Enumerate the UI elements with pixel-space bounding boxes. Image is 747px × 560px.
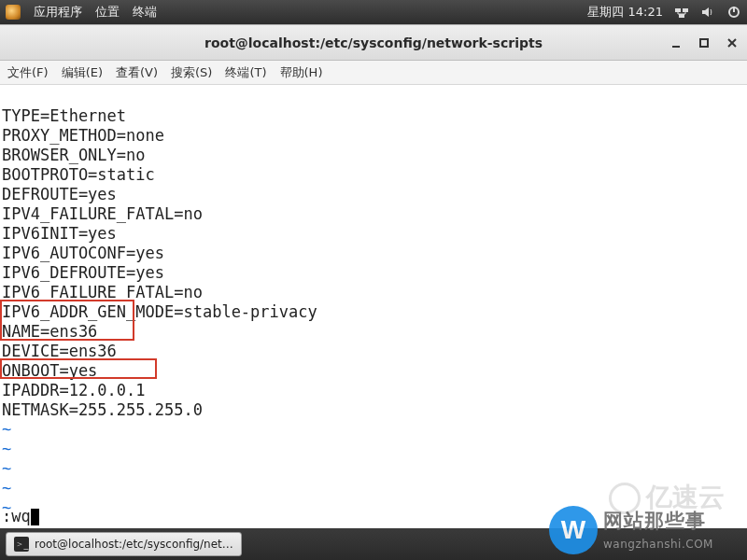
editor-line: ONBOOT=yes <box>2 361 97 380</box>
svg-rect-1 <box>683 8 688 12</box>
editor-line: IPV6_AUTOCONF=yes <box>2 244 164 262</box>
network-icon[interactable] <box>674 5 689 20</box>
editor-line: DEFROUTE=yes <box>2 185 117 203</box>
editor-line: NETMASK=255.255.255.0 <box>2 400 203 419</box>
taskbar-window-button[interactable]: ＞_ root@localhost:/etc/sysconfig/net… <box>6 532 242 556</box>
editor-line: IPV6INIT=yes <box>2 224 117 243</box>
window-close-button[interactable] <box>725 35 740 50</box>
vim-tilde: ~ <box>2 459 11 478</box>
terminal-window: root@localhost:/etc/sysconfig/network-sc… <box>0 24 747 528</box>
editor-line: DEVICE=ens36 <box>2 342 117 360</box>
terminal-icon: ＞_ <box>14 537 29 552</box>
terminal-menubar: 文件(F) 编辑(E) 查看(V) 搜索(S) 终端(T) 帮助(H) <box>0 61 747 85</box>
window-minimize-button[interactable] <box>669 35 684 50</box>
panel-menu-terminal[interactable]: 终端 <box>133 4 157 21</box>
editor-line: BOOTPROTO=static <box>2 165 155 184</box>
menu-terminal[interactable]: 终端(T) <box>225 64 266 81</box>
editor-line: IPV6_DEFROUTE=yes <box>2 263 164 282</box>
text-cursor <box>31 509 39 525</box>
taskbar-window-label: root@localhost:/etc/sysconfig/net… <box>35 538 233 551</box>
editor-line: IPV6_ADDR_GEN_MODE=stable-privacy <box>2 302 317 321</box>
editor-line: NAME=ens36 <box>2 322 97 341</box>
editor-area[interactable]: TYPE=Ethernet PROXY_METHOD=none BROWSER_… <box>0 85 747 528</box>
vim-tilde: ~ <box>2 440 11 458</box>
editor-line: IPV6_FAILURE_FATAL=no <box>2 283 203 301</box>
activities-icon[interactable] <box>6 5 21 20</box>
svg-rect-2 <box>679 14 684 18</box>
menu-file[interactable]: 文件(F) <box>7 64 49 81</box>
editor-line: IPV4_FAILURE_FATAL=no <box>2 204 203 223</box>
desktop-taskbar: ＞_ root@localhost:/etc/sysconfig/net… <box>0 528 747 560</box>
svg-rect-6 <box>700 39 708 47</box>
window-maximize-button[interactable] <box>697 35 712 50</box>
panel-menu-applications[interactable]: 应用程序 <box>34 4 82 21</box>
menu-view[interactable]: 查看(V) <box>116 64 158 81</box>
editor-line: TYPE=Ethernet <box>2 106 126 125</box>
menu-search[interactable]: 搜索(S) <box>171 64 212 81</box>
vim-command-line[interactable]: :wq <box>2 507 39 526</box>
menu-help[interactable]: 帮助(H) <box>280 64 323 81</box>
vim-tilde: ~ <box>2 420 11 439</box>
editor-line: PROXY_METHOD=none <box>2 126 164 145</box>
window-title: root@localhost:/etc/sysconfig/network-sc… <box>204 35 543 50</box>
window-titlebar[interactable]: root@localhost:/etc/sysconfig/network-sc… <box>0 25 747 61</box>
panel-clock[interactable]: 星期四 14:21 <box>587 4 663 21</box>
desktop-top-panel: 应用程序 位置 终端 星期四 14:21 <box>0 0 747 24</box>
panel-menu-places[interactable]: 位置 <box>95 4 120 21</box>
vim-tilde: ~ <box>2 479 11 497</box>
editor-line: IPADDR=12.0.0.1 <box>2 381 146 399</box>
power-icon[interactable] <box>726 5 741 20</box>
svg-rect-0 <box>675 8 681 12</box>
editor-line: BROWSER_ONLY=no <box>2 146 146 164</box>
menu-edit[interactable]: 编辑(E) <box>62 64 103 81</box>
volume-icon[interactable] <box>700 5 715 20</box>
